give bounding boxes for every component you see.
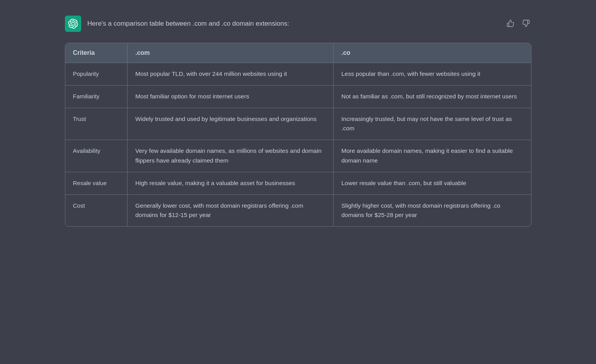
cell-com: Most popular TLD, with over 244 million … [128, 63, 334, 86]
thumbs-up-icon [507, 19, 514, 27]
cell-criteria: Resale value [65, 172, 128, 194]
col-header-co: .co [334, 43, 531, 63]
cell-co: More available domain names, making it e… [334, 140, 531, 172]
table-header-row: Criteria .com .co [65, 43, 531, 63]
chatgpt-logo-icon [68, 19, 78, 29]
cell-com: Generally lower cost, with most domain r… [128, 194, 334, 226]
table-row: Familiarity Most familiar option for mos… [65, 85, 531, 108]
cell-criteria: Availability [65, 140, 128, 172]
table-row: Popularity Most popular TLD, with over 2… [65, 63, 531, 86]
cell-criteria: Popularity [65, 63, 128, 86]
cell-co: Increasingly trusted, but may not have t… [334, 108, 531, 140]
col-header-com: .com [128, 43, 334, 63]
table-row: Resale value High resale value, making i… [65, 172, 531, 194]
message-title: Here's a comparison table between .com a… [87, 16, 289, 29]
comparison-table: Criteria .com .co Popularity Most popula… [65, 43, 531, 226]
cell-com: Most familiar option for most internet u… [128, 85, 334, 108]
col-header-criteria: Criteria [65, 43, 128, 63]
cell-co: Lower resale value than .com, but still … [334, 172, 531, 194]
table-header: Criteria .com .co [65, 43, 531, 63]
thumbs-down-icon [522, 19, 530, 27]
comparison-table-wrapper: Criteria .com .co Popularity Most popula… [65, 43, 531, 227]
thumbs-down-button[interactable] [521, 18, 531, 29]
table-row: Cost Generally lower cost, with most dom… [65, 194, 531, 226]
cell-co: Less popular than .com, with fewer websi… [334, 63, 531, 86]
cell-criteria: Trust [65, 108, 128, 140]
table-row: Trust Widely trusted and used by legitim… [65, 108, 531, 140]
cell-co: Not as familiar as .com, but still recog… [334, 85, 531, 108]
cell-co: Slightly higher cost, with most domain r… [334, 194, 531, 226]
thumbs-up-button[interactable] [505, 18, 516, 29]
cell-criteria: Cost [65, 194, 128, 226]
cell-com: High resale value, making it a valuable … [128, 172, 334, 194]
cell-com: Very few available domain names, as mill… [128, 140, 334, 172]
chatgpt-logo [65, 16, 81, 32]
message-header: Here's a comparison table between .com a… [65, 16, 531, 32]
message-header-left: Here's a comparison table between .com a… [65, 16, 289, 32]
cell-criteria: Familiarity [65, 85, 128, 108]
feedback-buttons [505, 16, 531, 29]
page-container: Here's a comparison table between .com a… [49, 8, 547, 234]
cell-com: Widely trusted and used by legitimate bu… [128, 108, 334, 140]
table-body: Popularity Most popular TLD, with over 2… [65, 63, 531, 227]
table-row: Availability Very few available domain n… [65, 140, 531, 172]
